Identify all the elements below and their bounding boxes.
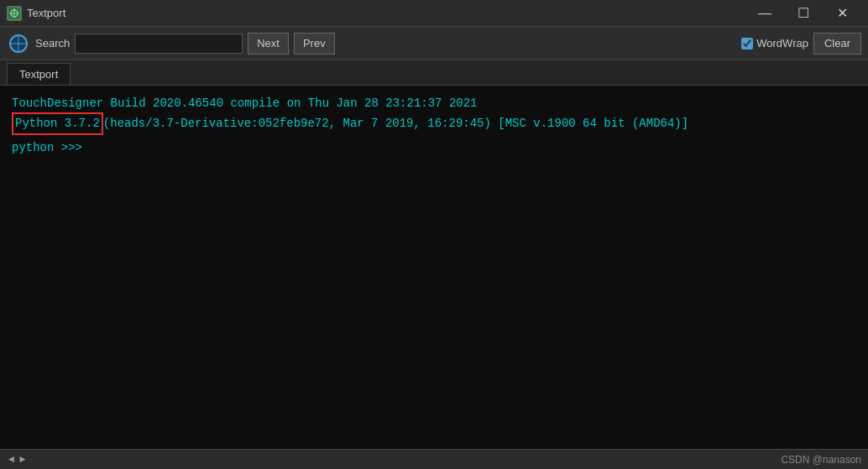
textport-tab[interactable]: Textport bbox=[7, 63, 71, 85]
python-version-highlight: Python 3.7.2 bbox=[12, 112, 103, 134]
terminal-line-2: Python 3.7.2 (heads/3.7-Derivative:052fe… bbox=[12, 112, 856, 134]
window-title: Textport bbox=[27, 7, 745, 19]
close-button[interactable]: ✕ bbox=[823, 0, 861, 27]
wordwrap-container: WordWrap bbox=[741, 37, 808, 50]
maximize-button[interactable]: ☐ bbox=[784, 0, 823, 27]
status-bar: ◄ ► CSDN @nanason bbox=[0, 449, 868, 469]
title-bar: Textport — ☐ ✕ bbox=[0, 0, 868, 27]
scroll-arrows: ◄ ► bbox=[7, 454, 27, 466]
tab-bar: Textport bbox=[0, 60, 868, 86]
minimize-button[interactable]: — bbox=[745, 0, 784, 27]
scroll-left-arrow[interactable]: ◄ bbox=[7, 454, 16, 466]
clear-button[interactable]: Clear bbox=[813, 33, 861, 55]
search-input[interactable] bbox=[75, 34, 243, 54]
next-button[interactable]: Next bbox=[248, 33, 289, 55]
globe-icon bbox=[9, 34, 28, 53]
wordwrap-checkbox[interactable] bbox=[741, 38, 753, 50]
watermark: CSDN @nanason bbox=[781, 454, 861, 466]
terminal-line-1: TouchDesigner Build 2020.46540 compile o… bbox=[12, 94, 856, 112]
globe-icon-wrapper bbox=[7, 32, 30, 55]
wordwrap-label: WordWrap bbox=[756, 37, 808, 50]
search-label: Search bbox=[35, 37, 70, 50]
terminal-output[interactable]: TouchDesigner Build 2020.46540 compile o… bbox=[0, 86, 868, 449]
prev-button[interactable]: Prev bbox=[294, 33, 335, 55]
textport-tab-label: Textport bbox=[19, 68, 58, 81]
terminal-line-2-rest: (heads/3.7-Derivative:052feb9e72, Mar 7 … bbox=[103, 114, 688, 133]
app-icon bbox=[7, 6, 22, 21]
scroll-right-arrow[interactable]: ► bbox=[18, 454, 27, 466]
terminal-prompt: python >>> bbox=[12, 138, 856, 157]
window-controls: — ☐ ✕ bbox=[745, 0, 861, 27]
toolbar: Search Next Prev WordWrap Clear bbox=[0, 27, 868, 60]
